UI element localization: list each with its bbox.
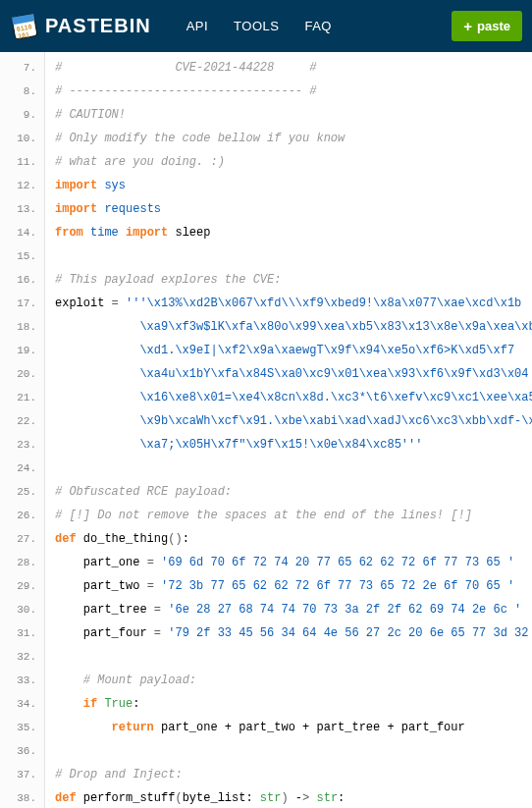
code-line: \x9b\xcaWh\xcf\x91.\xbe\xabi\xad\xadJ\xc…	[55, 409, 532, 433]
code-line: import requests	[55, 197, 532, 221]
code-line	[55, 457, 532, 480]
code-line: exploit = '''\x13%\xd2B\x067\xfd\\\xf9\x…	[55, 292, 532, 315]
line-number: 13.	[0, 197, 44, 221]
logo[interactable]: 0110 101 PASTEBIN	[10, 12, 151, 41]
nav-tools[interactable]: TOOLS	[234, 19, 279, 33]
code-line: # Drop and Inject:	[55, 763, 532, 786]
line-number: 26.	[0, 504, 44, 527]
code-line	[55, 645, 532, 669]
plus-icon: +	[463, 18, 472, 34]
main-nav: API TOOLS FAQ	[186, 19, 332, 33]
line-number: 16.	[0, 268, 44, 292]
nav-api[interactable]: API	[186, 19, 208, 33]
paste-button-label: paste	[477, 19, 510, 33]
line-number: 14.	[0, 221, 44, 244]
line-number: 9.	[0, 103, 44, 127]
code-line	[55, 244, 532, 268]
line-number: 25.	[0, 480, 44, 504]
code-viewer: 7.8.9.10.11.12.13.14.15.16.17.18.19.20.2…	[0, 52, 532, 808]
line-number: 24.	[0, 457, 44, 480]
code-line	[55, 739, 532, 763]
line-number: 19.	[0, 339, 44, 362]
line-number: 38.	[0, 786, 44, 808]
line-number: 30.	[0, 598, 44, 621]
line-number: 32.	[0, 645, 44, 669]
code-line: # This payload explores the CVE:	[55, 268, 532, 292]
code-line: # what are you doing. :)	[55, 150, 532, 174]
code-line: part_tree = '6e 28 27 68 74 74 70 73 3a …	[55, 598, 532, 621]
line-number: 11.	[0, 150, 44, 174]
paste-button[interactable]: + paste	[452, 11, 522, 41]
code-line: part_two = '72 3b 77 65 62 62 72 6f 77 7…	[55, 574, 532, 598]
line-number: 12.	[0, 174, 44, 197]
code-line: return part_one + part_two + part_tree +…	[55, 716, 532, 739]
code-line: if True:	[55, 692, 532, 716]
line-number: 7.	[0, 56, 44, 80]
code-line: # Only modify the code bellow if you kno…	[55, 127, 532, 150]
line-number: 20.	[0, 362, 44, 386]
line-number: 37.	[0, 763, 44, 786]
line-number: 18.	[0, 315, 44, 339]
line-number: 17.	[0, 292, 44, 315]
line-number: 28.	[0, 551, 44, 574]
header: 0110 101 PASTEBIN API TOOLS FAQ + paste	[0, 0, 532, 52]
code-line: # --------------------------------- #	[55, 80, 532, 103]
code-line: \xa4u\x1bY\xfa\x84S\xa0\xc9\x01\xea\x93\…	[55, 362, 532, 386]
code-line: def do_the_thing():	[55, 527, 532, 551]
line-number: 33.	[0, 669, 44, 692]
code-line: \xa7;\x05H\x7f"\x9f\x15!\x0e\x84\xc85'''	[55, 433, 532, 457]
code-line: # Mount payload:	[55, 669, 532, 692]
code-line: from time import sleep	[55, 221, 532, 244]
line-number: 15.	[0, 244, 44, 268]
code-line: # [!] Do not remove the spaces at the en…	[55, 504, 532, 527]
line-number: 23.	[0, 433, 44, 457]
code-line: \xa9\xf3w$lK\xfa\x80o\x99\xea\xb5\x83\x1…	[55, 315, 532, 339]
code-line: \xd1.\x9eI|\xf2\x9a\xaewgT\x9f\x94\xe5o\…	[55, 339, 532, 362]
code-line: part_one = '69 6d 70 6f 72 74 20 77 65 6…	[55, 551, 532, 574]
svg-text:101: 101	[18, 30, 30, 40]
code-line: # CAUTION!	[55, 103, 532, 127]
line-number: 36.	[0, 739, 44, 763]
line-number: 10.	[0, 127, 44, 150]
code-content[interactable]: # CVE-2021-44228 ## --------------------…	[45, 52, 532, 808]
pastebin-logo-icon: 0110 101	[8, 9, 42, 43]
code-line: def perform_stuff(byte_list: str) -> str…	[55, 786, 532, 808]
line-number: 34.	[0, 692, 44, 716]
line-number: 27.	[0, 527, 44, 551]
line-number-gutter: 7.8.9.10.11.12.13.14.15.16.17.18.19.20.2…	[0, 52, 45, 808]
code-line: import sys	[55, 174, 532, 197]
line-number: 31.	[0, 621, 44, 645]
code-line: # Obfuscated RCE payload:	[55, 480, 532, 504]
line-number: 22.	[0, 409, 44, 433]
code-line: \x16\xe8\x01=\xe4\x8cn\x8d.\xc3*\t6\xefv…	[55, 386, 532, 409]
code-line: part_four = '79 2f 33 45 56 34 64 4e 56 …	[55, 621, 532, 645]
line-number: 21.	[0, 386, 44, 409]
nav-faq[interactable]: FAQ	[304, 19, 332, 33]
line-number: 29.	[0, 574, 44, 598]
brand-text: PASTEBIN	[45, 15, 151, 37]
line-number: 35.	[0, 716, 44, 739]
line-number: 8.	[0, 80, 44, 103]
code-line: # CVE-2021-44228 #	[55, 56, 532, 80]
